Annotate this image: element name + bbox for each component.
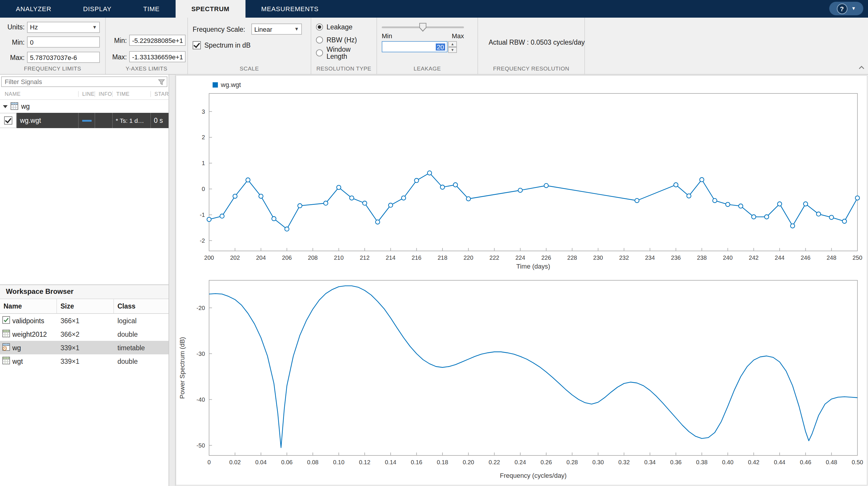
workspace-row[interactable]: weight2012 366×2 double xyxy=(0,327,168,341)
svg-text:208: 208 xyxy=(308,254,318,261)
filter-signals-input[interactable] xyxy=(1,77,167,87)
frequency-scale-value: Linear xyxy=(254,26,272,33)
resolution-type-section: Leakage RBW (Hz) Window Length RESOLUTIO… xyxy=(311,18,377,74)
svg-text:210: 210 xyxy=(334,254,344,261)
tab-display[interactable]: DISPLAY xyxy=(67,0,127,18)
panel-splitter[interactable] xyxy=(169,75,176,486)
svg-text:212: 212 xyxy=(360,254,369,261)
frequency-resolution-section-label: FREQUENCY RESOLUTION xyxy=(478,63,584,74)
signal-start: 0 s xyxy=(150,113,168,128)
svg-text:242: 242 xyxy=(749,254,758,261)
variable-class: timetable xyxy=(113,344,168,351)
time-plot[interactable]: 2002022042062082102122142162182202222242… xyxy=(176,90,863,273)
svg-text:0.08: 0.08 xyxy=(307,459,319,465)
svg-text:224: 224 xyxy=(515,254,525,261)
timetable-icon xyxy=(2,343,10,352)
workspace-row[interactable]: wgt 339×1 double xyxy=(0,354,168,368)
units-dropdown[interactable]: Hz ▼ xyxy=(27,22,100,33)
svg-text:-2: -2 xyxy=(200,237,205,244)
svg-text:226: 226 xyxy=(541,254,551,261)
variable-name: wg xyxy=(12,344,21,351)
svg-text:0: 0 xyxy=(202,186,205,192)
scale-section-label: SCALE xyxy=(188,63,311,74)
leakage-slider[interactable] xyxy=(382,22,464,32)
variable-size: 366×1 xyxy=(56,317,113,324)
legend: wg.wgt xyxy=(213,79,867,90)
help-button[interactable]: ? ▼ xyxy=(829,2,863,15)
actual-rbw-text: Actual RBW : 0.0503 cycles/day xyxy=(483,21,581,63)
spinner-down-button[interactable]: ▼ xyxy=(448,47,457,53)
svg-text:0.30: 0.30 xyxy=(592,459,604,465)
column-start: START xyxy=(150,91,168,97)
spectrum-in-db-checkbox[interactable] xyxy=(193,41,201,49)
y-max-label: Max: xyxy=(111,53,127,60)
svg-text:228: 228 xyxy=(567,254,577,261)
svg-text:2: 2 xyxy=(202,134,205,140)
workspace-row[interactable]: validpoints 366×1 logical xyxy=(0,314,168,327)
spectrum-plot[interactable]: 00.020.040.060.080.100.120.140.160.180.2… xyxy=(176,276,863,483)
window-length-radio[interactable] xyxy=(316,49,323,56)
matrix-icon xyxy=(2,357,10,366)
svg-text:216: 216 xyxy=(412,254,422,261)
frequency-scale-dropdown[interactable]: Linear ▼ xyxy=(251,24,302,35)
svg-text:Power Spectrum (dB): Power Spectrum (dB) xyxy=(179,337,186,399)
logical-icon xyxy=(2,316,10,325)
column-class[interactable]: Class xyxy=(113,299,168,313)
tab-measurements[interactable]: MEASUREMENTS xyxy=(246,0,335,18)
svg-text:-20: -20 xyxy=(196,305,205,311)
collapse-arrow-icon[interactable] xyxy=(3,105,8,108)
leakage-value-input[interactable]: 20 xyxy=(382,41,447,52)
rbw-radio[interactable] xyxy=(316,36,323,43)
signal-row[interactable]: wg.wgt * Ts: 1 d… 0 s xyxy=(0,113,168,128)
matrix-icon xyxy=(2,330,10,339)
column-size[interactable]: Size xyxy=(56,299,113,313)
window-length-radio-label: Window Length xyxy=(327,46,373,60)
tab-analyzer[interactable]: ANALYZER xyxy=(0,0,67,18)
svg-text:1: 1 xyxy=(202,160,205,166)
collapse-toolstrip-button[interactable] xyxy=(858,62,865,72)
units-value: Hz xyxy=(30,24,38,31)
svg-text:0.16: 0.16 xyxy=(411,459,422,465)
variable-class: double xyxy=(113,331,168,338)
svg-text:0.48: 0.48 xyxy=(826,459,837,465)
spinner-up-button[interactable]: ▲ xyxy=(448,41,457,47)
frequency-max-input[interactable] xyxy=(27,52,100,63)
svg-text:220: 220 xyxy=(464,254,473,261)
leakage-slider-thumb[interactable] xyxy=(419,23,426,32)
tab-spectrum[interactable]: SPECTRUM xyxy=(176,0,246,18)
svg-text:0.34: 0.34 xyxy=(644,459,656,465)
legend-swatch xyxy=(213,82,218,87)
signal-table-header: NAME LINE INFO TIME START xyxy=(0,88,168,100)
svg-text:0.22: 0.22 xyxy=(489,459,500,465)
signal-group-row[interactable]: wg xyxy=(0,100,168,113)
signal-checkbox[interactable] xyxy=(4,116,12,124)
svg-text:202: 202 xyxy=(230,254,240,261)
svg-text:236: 236 xyxy=(671,254,681,261)
svg-text:0.04: 0.04 xyxy=(255,459,267,465)
frequency-scale-label: Frequency Scale: xyxy=(193,26,249,33)
y-max-input[interactable] xyxy=(129,51,186,62)
workspace-browser: Workspace Browser Name Size Class validp… xyxy=(0,284,168,368)
column-line: LINE xyxy=(78,91,95,97)
tab-time[interactable]: TIME xyxy=(127,0,176,18)
variable-size: 339×1 xyxy=(56,344,113,351)
leakage-min-label: Min xyxy=(382,32,392,39)
leakage-section-label: LEAKAGE xyxy=(377,63,477,74)
signal-panel: NAME LINE INFO TIME START wg wg.wgt * Ts… xyxy=(0,75,169,486)
filter-icon xyxy=(158,78,165,88)
app-window: ANALYZER DISPLAY TIME SPECTRUM MEASUREME… xyxy=(0,0,868,486)
ribbon-tab-bar: ANALYZER DISPLAY TIME SPECTRUM MEASUREME… xyxy=(0,0,868,18)
toolstrip: Units: Hz ▼ Min: Max: FREQUENCY LIMITS M… xyxy=(0,18,868,75)
frequency-min-input[interactable] xyxy=(27,37,100,48)
y-min-label: Min: xyxy=(111,37,127,44)
svg-text:206: 206 xyxy=(282,254,291,261)
y-min-input[interactable] xyxy=(129,35,186,46)
svg-text:234: 234 xyxy=(645,254,655,261)
leakage-radio[interactable] xyxy=(316,23,323,30)
svg-text:0: 0 xyxy=(207,459,211,465)
svg-text:0.32: 0.32 xyxy=(618,459,630,465)
column-name[interactable]: Name xyxy=(0,299,56,313)
signal-group-label: wg xyxy=(21,103,30,110)
frequency-min-label: Min: xyxy=(5,39,25,46)
workspace-row[interactable]: wg 339×1 timetable xyxy=(0,341,168,354)
